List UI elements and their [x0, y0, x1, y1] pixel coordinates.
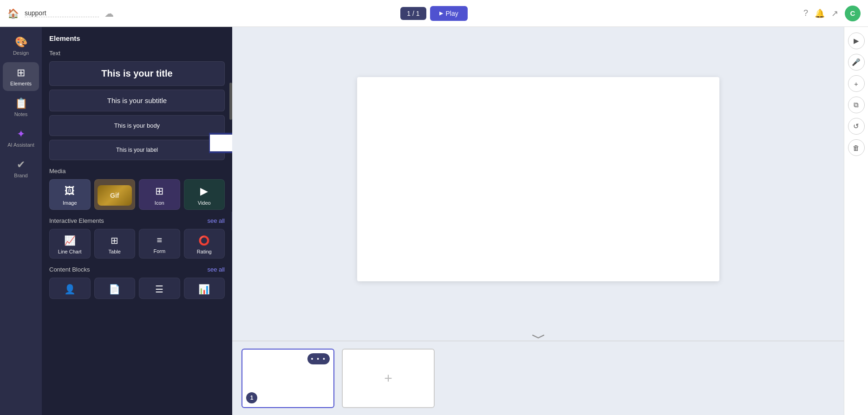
text-label-element[interactable]: This is your label — [49, 140, 225, 160]
topbar-right: ? 🔔 ↗ C — [473, 6, 861, 21]
bell-icon[interactable]: 🔔 — [815, 8, 825, 19]
toolbar-delete-button[interactable]: 🗑 — [848, 139, 865, 156]
media-icon-label: Icon — [155, 200, 164, 206]
undo-icon: ↺ — [853, 122, 859, 130]
content-blocks-section-header: Content Blocks see all — [49, 266, 225, 273]
topbar: 🏠 ☁ 1 / 1 Play ? 🔔 ↗ C — [0, 0, 868, 27]
text-section-label: Text — [49, 50, 225, 57]
media-icon-item[interactable]: ⊞ Icon — [139, 179, 180, 210]
content-chart[interactable]: 📊 — [184, 278, 225, 299]
sidebar-item-label: Elements — [10, 81, 32, 86]
palette-icon: 🎨 — [15, 36, 27, 48]
slide-counter: 1 / 1 — [400, 7, 426, 20]
cloud-save-icon: ☁ — [104, 8, 114, 19]
slide-thumbnails-bar: • • • 1 + — [232, 341, 844, 415]
sidebar-item-label: Brand — [14, 173, 27, 178]
chart-icon: 📊 — [198, 284, 210, 295]
document-icon: 📄 — [109, 284, 120, 295]
content-list[interactable]: ☰ — [139, 278, 180, 299]
canvas-wrapper — [232, 27, 844, 331]
sidebar-item-ai[interactable]: ✦ AI Assistant — [3, 123, 39, 152]
elements-panel: Elements Text This is your title This is… — [42, 27, 232, 415]
help-icon[interactable]: ? — [803, 8, 808, 18]
sidebar-item-label: AI Assistant — [7, 142, 34, 148]
table-icon: ⊞ — [111, 235, 118, 246]
line-chart-icon: 📈 — [64, 235, 76, 246]
media-video-label: Video — [198, 200, 211, 206]
ai-icon: ✦ — [17, 128, 25, 140]
notes-icon: 📋 — [15, 97, 27, 110]
sidebar-item-elements[interactable]: ⊞ Elements — [3, 62, 39, 91]
video-icon: ▶ — [200, 185, 208, 197]
text-subtitle-element[interactable]: This is your subtitle — [49, 90, 225, 111]
interactive-line-chart-label: Line Chart — [58, 249, 82, 254]
right-toolbar: ▶ 🎤 + ⧉ ↺ 🗑 — [844, 27, 868, 415]
interactive-form-label: Form — [153, 248, 165, 254]
interactive-section-label: Interactive Elements — [49, 217, 104, 224]
add-slide-button[interactable]: + — [342, 349, 435, 408]
media-section-label: Media — [49, 168, 225, 175]
icon-sidebar: 🎨 Design ⊞ Elements 📋 Notes ✦ AI Assista… — [0, 27, 42, 415]
media-image-label: Image — [63, 200, 77, 206]
form-icon: ≡ — [157, 235, 162, 246]
topbar-left: 🏠 ☁ — [7, 8, 395, 19]
grid-icon: ⊞ — [17, 67, 25, 79]
toolbar-add-button[interactable]: + — [848, 75, 865, 92]
toolbar-copy-button[interactable]: ⧉ — [848, 97, 865, 113]
image-icon: 🖼 — [65, 185, 75, 197]
copy-icon: ⧉ — [854, 101, 859, 109]
content-blocks-see-all[interactable]: see all — [207, 266, 225, 273]
icon-grid-icon: ⊞ — [155, 185, 163, 197]
topbar-center: 1 / 1 Play — [400, 6, 467, 21]
rating-icon: ⭕ — [198, 235, 210, 246]
interactive-form[interactable]: ≡ Form — [139, 229, 180, 259]
content-blocks-label: Content Blocks — [49, 266, 90, 273]
interactive-grid: 📈 Line Chart ⊞ Table ≡ Form ⭕ Rating — [49, 229, 225, 259]
content-document[interactable]: 📄 — [94, 278, 136, 299]
panel-title: Elements — [49, 34, 225, 42]
text-title-element[interactable]: This is your title — [49, 61, 225, 86]
interactive-line-chart[interactable]: 📈 Line Chart — [49, 229, 91, 259]
interactive-rating[interactable]: ⭕ Rating — [184, 229, 225, 259]
main-layout: 🎨 Design ⊞ Elements 📋 Notes ✦ AI Assista… — [0, 27, 868, 415]
content-person[interactable]: 👤 — [49, 278, 91, 299]
toolbar-play-button[interactable]: ▶ — [848, 32, 865, 49]
share-icon[interactable]: ↗ — [831, 8, 838, 19]
sidebar-item-label: Design — [13, 50, 29, 56]
collapse-panel-button[interactable]: ‹ — [231, 212, 232, 230]
sidebar-item-design[interactable]: 🎨 Design — [3, 32, 39, 60]
thumbnail-number: 1 — [246, 392, 257, 403]
thumbnail-options-button[interactable]: • • • — [307, 353, 330, 364]
home-icon[interactable]: 🏠 — [7, 8, 19, 19]
toolbar-undo-button[interactable]: ↺ — [848, 118, 865, 135]
gif-label: Gif — [110, 192, 119, 199]
mic-icon: 🎤 — [852, 58, 861, 66]
avatar[interactable]: C — [845, 6, 861, 21]
play-button[interactable]: Play — [430, 6, 468, 21]
sidebar-item-label: Notes — [14, 111, 28, 117]
list-icon: ☰ — [155, 284, 163, 295]
project-name-input[interactable] — [25, 9, 99, 17]
media-gif-item[interactable]: Gif — [94, 179, 136, 210]
interactive-see-all[interactable]: see all — [207, 217, 225, 224]
media-image-item[interactable]: 🖼 Image — [49, 179, 91, 210]
toolbar-mic-button[interactable]: 🎤 — [848, 54, 865, 71]
media-video-item[interactable]: ▶ Video — [184, 179, 225, 210]
bottom-collapse-handle[interactable] — [232, 331, 844, 341]
slide-canvas[interactable] — [357, 77, 719, 281]
sidebar-item-notes[interactable]: 📋 Notes — [3, 93, 39, 122]
interactive-table[interactable]: ⊞ Table — [94, 229, 136, 259]
media-grid: 🖼 Image Gif ⊞ Icon ▶ Video — [49, 179, 225, 210]
text-body-element[interactable]: This is your body — [49, 115, 225, 136]
interactive-section-header: Interactive Elements see all — [49, 217, 225, 224]
canvas-area: • • • 1 + — [232, 27, 844, 415]
gif-preview: Gif — [98, 185, 132, 206]
content-blocks-grid: 👤 📄 ☰ 📊 — [49, 278, 225, 299]
delete-icon: 🗑 — [853, 144, 860, 152]
interactive-rating-label: Rating — [197, 249, 212, 254]
person-icon: 👤 — [64, 284, 76, 295]
slide-thumbnail-1[interactable]: • • • 1 — [241, 349, 334, 408]
sidebar-item-brand[interactable]: ✔ Brand — [3, 154, 39, 183]
interactive-table-label: Table — [109, 249, 121, 254]
add-slide-icon: + — [384, 370, 392, 386]
